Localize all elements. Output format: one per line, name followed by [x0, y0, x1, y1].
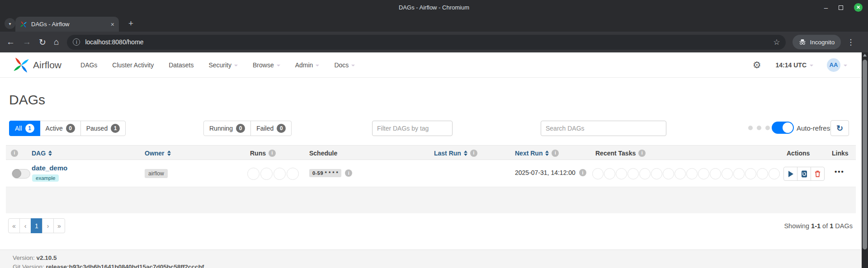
schedule-cell: 0-59 * * * * i	[309, 169, 352, 177]
tab-close-icon[interactable]: ×	[111, 21, 114, 28]
git-version-line: Git Version: release:b93c3db6b1641b0840b…	[13, 263, 868, 268]
info-icon[interactable]: i	[470, 150, 477, 157]
page-first-button[interactable]: «	[8, 218, 20, 233]
airflow-logo-icon	[13, 56, 30, 74]
tab-strip: ▾ DAGs - Airflow × +	[0, 15, 868, 32]
header-actions: Actions	[787, 146, 810, 160]
owner-badge[interactable]: airflow	[145, 169, 168, 178]
refresh-button[interactable]: ↻	[830, 120, 849, 136]
airflow-brand[interactable]: Airflow	[13, 56, 61, 74]
links-more-button[interactable]: •••	[835, 168, 844, 175]
nav-item-cluster-activity[interactable]: Cluster Activity	[112, 61, 154, 69]
nav-item-browse[interactable]: Browse	[253, 61, 280, 69]
page-last-button[interactable]: »	[53, 218, 65, 233]
pause-toggle[interactable]	[12, 169, 30, 179]
task-state-circle	[710, 168, 721, 179]
caret-down-icon	[810, 65, 813, 66]
address-bar[interactable]: i localhost:8080/home ☆	[67, 35, 786, 50]
header-last-run[interactable]: Last Run i	[434, 146, 477, 160]
info-icon[interactable]: i	[345, 169, 352, 177]
auto-refresh-label: Auto-refresh	[797, 124, 834, 132]
header-next-run[interactable]: Next Run i	[515, 146, 559, 160]
info-icon[interactable]: i	[552, 150, 559, 157]
task-state-circle	[698, 168, 709, 179]
count-badge: 0	[66, 124, 75, 133]
delete-dag-button[interactable]	[811, 167, 825, 181]
page-next-button[interactable]: ›	[42, 218, 54, 233]
info-icon[interactable]: i	[638, 150, 646, 157]
runstate-filter-group: Running 0 Failed 0	[203, 121, 292, 136]
browser-menu-icon[interactable]: ⋮	[847, 38, 854, 47]
nav-item-security[interactable]: Security	[208, 61, 238, 69]
window-titlebar: DAGs - Airflow - Chromium – ✕	[0, 0, 868, 15]
scroll-up-icon[interactable]	[863, 54, 867, 56]
task-state-circle	[616, 168, 627, 179]
home-icon[interactable]: ⌂	[54, 37, 59, 47]
header-dag[interactable]: DAG	[32, 146, 52, 160]
page-prev-button[interactable]: ‹	[19, 218, 31, 233]
next-run-value: 2025-07-31, 14:12:00	[515, 169, 576, 176]
row-actions	[783, 167, 825, 181]
gear-icon[interactable]: ⚙	[753, 60, 761, 71]
showing-summary: Showing 1-1 of 1 DAGs	[784, 222, 853, 230]
reparse-icon	[800, 170, 808, 178]
task-state-circle	[663, 168, 674, 179]
minimize-button[interactable]: –	[824, 5, 828, 10]
toggle-knob	[12, 169, 21, 178]
dot	[765, 126, 770, 130]
site-info-icon[interactable]: i	[73, 38, 80, 46]
reload-icon[interactable]: ↻	[39, 37, 46, 47]
page-scrollbar[interactable]	[862, 52, 868, 268]
nav-item-dags[interactable]: DAGs	[80, 61, 97, 69]
trash-icon	[814, 170, 821, 178]
info-icon[interactable]: i	[11, 150, 18, 157]
run-state-circle	[247, 168, 259, 180]
brand-name: Airflow	[33, 60, 61, 71]
header-recent-tasks: Recent Tasks i	[595, 146, 646, 160]
caret-down-icon	[844, 65, 847, 66]
incognito-badge: Incognito	[793, 35, 841, 49]
back-icon[interactable]: ←	[6, 37, 15, 47]
nav-item-admin[interactable]: Admin	[295, 61, 320, 69]
filter-all-button[interactable]: All 1	[9, 121, 40, 136]
header-owner[interactable]: Owner	[145, 146, 171, 160]
nav-item-docs[interactable]: Docs	[334, 61, 355, 69]
dag-tag[interactable]: example	[32, 174, 59, 182]
new-tab-button[interactable]: +	[128, 19, 133, 28]
filter-paused-button[interactable]: Paused 1	[80, 121, 126, 136]
git-version-value: release:b93c3db6b1641b0840bd15ac7d05bc58…	[46, 263, 204, 268]
caret-down-icon	[351, 65, 355, 66]
info-icon[interactable]: i	[269, 150, 276, 157]
window-controls: – ✕	[824, 0, 863, 15]
loading-dots	[748, 126, 770, 130]
nav-item-datasets[interactable]: Datasets	[169, 61, 193, 69]
info-icon[interactable]: i	[579, 169, 586, 176]
tab-search-button[interactable]: ▾	[5, 18, 15, 29]
close-button[interactable]: ✕	[854, 3, 863, 12]
filter-failed-button[interactable]: Failed 0	[250, 121, 292, 136]
incognito-label: Incognito	[810, 39, 835, 46]
bookmark-star-icon[interactable]: ☆	[773, 38, 780, 47]
browser-tab[interactable]: DAGs - Airflow ×	[15, 17, 119, 32]
toggle-knob	[783, 122, 793, 133]
trigger-dag-button[interactable]	[783, 167, 797, 181]
user-menu[interactable]: AA	[827, 58, 847, 72]
filter-active-button[interactable]: Active 0	[40, 121, 81, 136]
schedule-badge: 0-59 * * * *	[309, 169, 341, 177]
header-info: i	[11, 146, 18, 160]
forward-icon[interactable]: →	[23, 37, 31, 47]
search-input[interactable]	[541, 121, 666, 136]
task-state-circle	[722, 168, 733, 179]
page-1-button[interactable]: 1	[31, 218, 42, 233]
filter-running-button[interactable]: Running 0	[203, 121, 251, 136]
navbar-right: ⚙ 14:14 UTC AA	[753, 58, 868, 72]
timezone-clock[interactable]: 14:14 UTC	[776, 61, 813, 69]
sort-icon	[48, 150, 52, 156]
dag-name-link[interactable]: date_demo	[32, 164, 67, 172]
tag-filter-input[interactable]	[372, 121, 453, 136]
scrollbar-thumb[interactable]	[863, 60, 867, 249]
maximize-button[interactable]	[839, 5, 843, 10]
reparse-dag-button[interactable]	[797, 167, 811, 181]
auto-refresh-toggle[interactable]	[772, 122, 794, 134]
task-state-circle	[757, 168, 768, 179]
